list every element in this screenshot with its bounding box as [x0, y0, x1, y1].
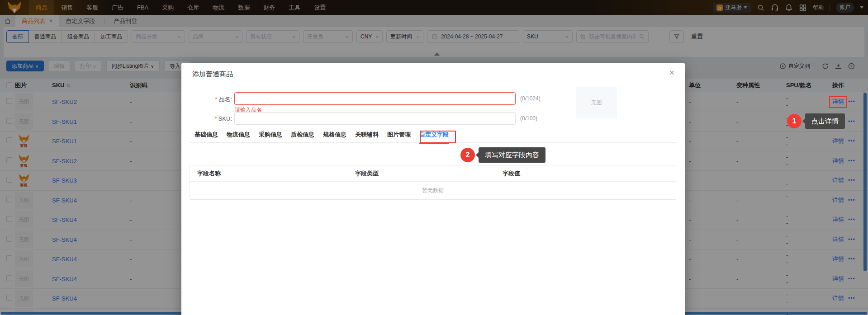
modal-tabs: 基础信息物流信息采购信息质检信息规格信息关联辅料图片管理自定义字段: [194, 131, 449, 144]
modal-tab-4[interactable]: 规格信息: [323, 131, 346, 144]
modal-header-divider: [181, 86, 685, 86]
modal-tab-1[interactable]: 物流信息: [227, 131, 250, 144]
modal-title: 添加普通商品: [192, 70, 233, 79]
name-field-label: *品名:: [192, 95, 232, 103]
annotation-tooltip-1: 点击详情: [805, 113, 845, 129]
sku-input[interactable]: [234, 112, 516, 125]
add-product-modal: 添加普通商品 ✕ *品名: (0/1024) 请输入品名 *SKU: (0/10…: [181, 63, 685, 315]
name-char-counter: (0/1024): [520, 95, 541, 102]
tooltip-arrow: [476, 152, 479, 158]
modal-tab-0[interactable]: 基础信息: [194, 131, 218, 144]
annotation-step-2-badge: 2: [460, 148, 475, 162]
cf-header-value: 字段值: [503, 165, 520, 181]
tooltip-arrow: [802, 118, 806, 124]
sku-char-counter: (0/100): [520, 115, 537, 122]
annotation-highlight-custom-tab: [420, 131, 456, 143]
cf-header-name: 字段名称: [197, 165, 221, 181]
cf-header-type: 字段类型: [355, 165, 379, 181]
product-image-placeholder[interactable]: 无图: [576, 87, 617, 118]
annotation-step-1-badge: 1: [787, 114, 802, 128]
modal-tab-2[interactable]: 采购信息: [259, 131, 282, 144]
modal-close-icon[interactable]: ✕: [669, 69, 675, 77]
app-screen: 商品销售客服广告FBA采购仓库物流数据财务工具设置 a 亚马逊: [0, 0, 868, 315]
modal-tab-6[interactable]: 图片管理: [387, 131, 411, 144]
modal-tab-5[interactable]: 关联辅料: [355, 131, 379, 144]
annotation-tooltip-2: 填写对应字段内容: [479, 147, 545, 163]
modal-tab-3[interactable]: 质检信息: [291, 131, 314, 144]
name-input[interactable]: [234, 92, 516, 105]
sku-field-label: *SKU:: [192, 115, 232, 122]
annotation-highlight-detail-link: [829, 96, 847, 108]
empty-data-text: 暂无数据: [190, 181, 676, 200]
custom-fields-table: 字段名称 字段类型 字段值 暂无数据: [190, 165, 676, 200]
